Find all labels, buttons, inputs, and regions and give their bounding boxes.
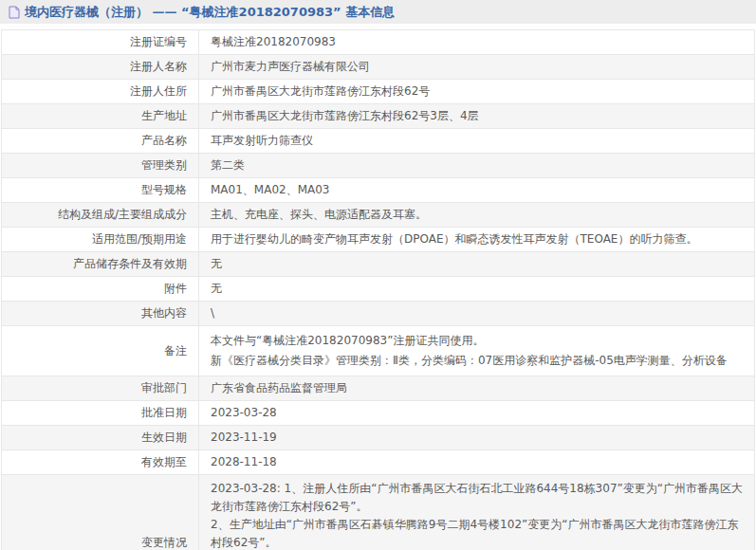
row-value-text: 无 — [211, 282, 222, 295]
row-value: 2028-11-18 — [199, 450, 755, 475]
page-title: 境内医疗器械（注册） —— “粤械注准20182070983” 基本信息 — [25, 4, 395, 21]
info-table-body: 注册证编号粤械注准20182070983注册人名称广州市麦力声医疗器械有限公司注… — [2, 30, 755, 550]
table-row: 注册人住所广州市番禺区大龙街市莲路傍江东村段62号 — [2, 80, 755, 104]
row-label-text: 产品名称 — [141, 134, 187, 147]
row-label: 附件 — [2, 277, 199, 302]
table-row: 注册人名称广州市麦力声医疗器械有限公司 — [2, 55, 755, 80]
row-value: 用于进行婴幼儿的畸变产物耳声发射（DPOAE）和瞬态诱发性耳声发射（TEOAE）… — [199, 228, 755, 252]
row-label-text: 生效日期 — [141, 431, 187, 444]
row-value-text: 2028-11-18 — [211, 455, 277, 468]
row-value-text: 主机、充电座、探头、电源适配器及耳塞。 — [211, 208, 427, 221]
table-row: 变更情况2023-03-28: 1、注册人住所由“广州市番禺区大石街石北工业路6… — [2, 475, 755, 550]
table-row: 产品储存条件及有效期无 — [2, 252, 755, 277]
row-label: 型号规格 — [2, 178, 199, 203]
row-label: 有效期至 — [2, 450, 199, 475]
row-label-text: 适用范围/预期用途 — [92, 232, 187, 246]
row-value-text: 广州市番禺区大龙街市莲路傍江东村段62号 — [211, 84, 430, 98]
header-bar: 境内医疗器械（注册） —— “粤械注准20182070983” 基本信息 — [0, 0, 756, 24]
row-label: 产品储存条件及有效期 — [2, 252, 199, 277]
row-value-text: 广东省食品药品监督管理局 — [211, 381, 347, 394]
table-row: 有效期至2028-11-18 — [2, 450, 755, 475]
table-row: 其他内容\ — [2, 302, 755, 326]
row-label: 注册证编号 — [2, 30, 199, 55]
row-label: 备注 — [2, 326, 199, 376]
row-label-text: 备注 — [164, 344, 187, 358]
row-value: \ — [199, 302, 755, 326]
row-value: 2023-11-19 — [199, 426, 755, 450]
row-label-text: 审批部门 — [141, 381, 187, 394]
row-value-text: 广州市番禺区大龙街市莲路傍江东村段62号3层、4层 — [211, 109, 479, 122]
table-row: 适用范围/预期用途用于进行婴幼儿的畸变产物耳声发射（DPOAE）和瞬态诱发性耳声… — [2, 228, 755, 252]
row-label-text: 结构及组成/主要组成成分 — [58, 208, 187, 221]
table-row: 备注本文件与“粤械注准20182070983”注册证共同使用。 新《医疗器械分类… — [2, 326, 755, 376]
row-value: 粤械注准20182070983 — [199, 30, 755, 55]
table-row: 结构及组成/主要组成成分主机、充电座、探头、电源适配器及耳塞。 — [2, 203, 755, 228]
table-row: 型号规格MA01、MA02、MA03 — [2, 178, 755, 203]
row-label-text: 注册人名称 — [130, 60, 187, 73]
row-label: 注册人名称 — [2, 55, 199, 80]
row-label-text: 附件 — [164, 282, 187, 295]
row-label: 结构及组成/主要组成成分 — [2, 203, 199, 228]
row-label: 注册人住所 — [2, 80, 199, 104]
row-value-text: 无 — [211, 257, 222, 270]
row-value: 主机、充电座、探头、电源适配器及耳塞。 — [199, 203, 755, 228]
row-value: MA01、MA02、MA03 — [199, 178, 755, 203]
row-label-text: 型号规格 — [141, 183, 187, 196]
table-row: 批准日期2023-03-28 — [2, 401, 755, 426]
row-value-text: 广州市麦力声医疗器械有限公司 — [211, 60, 370, 73]
change-record-paragraph: 2、生产地址由“广州市番禺区石碁镇华腾路9号二期4号楼102”变更为“广州市番禺… — [211, 516, 743, 550]
row-label: 管理类别 — [2, 154, 199, 178]
row-label: 适用范围/预期用途 — [2, 228, 199, 252]
row-label-text: 产品储存条件及有效期 — [73, 257, 187, 270]
row-label-text: 其他内容 — [141, 306, 187, 320]
row-value: 无 — [199, 277, 755, 302]
row-value-text: 本文件与“粤械注准20182070983”注册证共同使用。 新《医疗器械分类目录… — [211, 331, 743, 371]
row-label: 批准日期 — [2, 401, 199, 426]
row-value: 广州市番禺区大龙街市莲路傍江东村段62号 — [199, 80, 755, 104]
row-label-text: 注册证编号 — [130, 35, 187, 48]
table-row: 管理类别第二类 — [2, 154, 755, 178]
row-value-text: 2023-03-28 — [211, 406, 277, 419]
row-value-text: MA01、MA02、MA03 — [211, 183, 330, 196]
row-value-text: 2023-11-19 — [211, 431, 277, 444]
row-label: 审批部门 — [2, 376, 199, 401]
row-label: 生效日期 — [2, 426, 199, 450]
row-value: 广东省食品药品监督管理局 — [199, 376, 755, 401]
row-value: 本文件与“粤械注准20182070983”注册证共同使用。 新《医疗器械分类目录… — [199, 326, 755, 376]
row-label-text: 注册人住所 — [130, 84, 187, 98]
change-record-paragraph: 2023-03-28: 1、注册人住所由“广州市番禺区大石街石北工业路644号1… — [211, 480, 743, 516]
row-value: 2023-03-28: 1、注册人住所由“广州市番禺区大石街石北工业路644号1… — [199, 475, 755, 550]
info-table: 注册证编号粤械注准20182070983注册人名称广州市麦力声医疗器械有限公司注… — [1, 29, 755, 550]
row-value-text: 第二类 — [211, 158, 245, 172]
table-row: 审批部门广东省食品药品监督管理局 — [2, 376, 755, 401]
row-value-text: 耳声发射听力筛查仪 — [211, 134, 313, 147]
row-label-text: 批准日期 — [141, 406, 187, 419]
row-value: 广州市麦力声医疗器械有限公司 — [199, 55, 755, 80]
row-label-text: 变更情况 — [141, 536, 187, 549]
row-label: 产品名称 — [2, 129, 199, 154]
row-label-text: 生产地址 — [141, 109, 187, 122]
row-value: 耳声发射听力筛查仪 — [199, 129, 755, 154]
document-icon — [9, 6, 20, 19]
row-value: 无 — [199, 252, 755, 277]
row-value: 第二类 — [199, 154, 755, 178]
row-label-text: 有效期至 — [141, 455, 187, 468]
row-label: 生产地址 — [2, 104, 199, 129]
table-row: 产品名称耳声发射听力筛查仪 — [2, 129, 755, 154]
table-row: 生效日期2023-11-19 — [2, 426, 755, 450]
table-row: 附件无 — [2, 277, 755, 302]
row-label: 变更情况 — [2, 475, 199, 550]
row-label-text: 管理类别 — [141, 158, 187, 172]
table-row: 生产地址广州市番禺区大龙街市莲路傍江东村段62号3层、4层 — [2, 104, 755, 129]
row-value: 2023-03-28 — [199, 401, 755, 426]
row-value-text: \ — [211, 306, 214, 320]
table-row: 注册证编号粤械注准20182070983 — [2, 30, 755, 55]
row-label: 其他内容 — [2, 302, 199, 326]
row-value: 广州市番禺区大龙街市莲路傍江东村段62号3层、4层 — [199, 104, 755, 129]
row-value-text: 粤械注准20182070983 — [211, 35, 336, 48]
row-value-text: 用于进行婴幼儿的畸变产物耳声发射（DPOAE）和瞬态诱发性耳声发射（TEOAE）… — [211, 232, 697, 246]
